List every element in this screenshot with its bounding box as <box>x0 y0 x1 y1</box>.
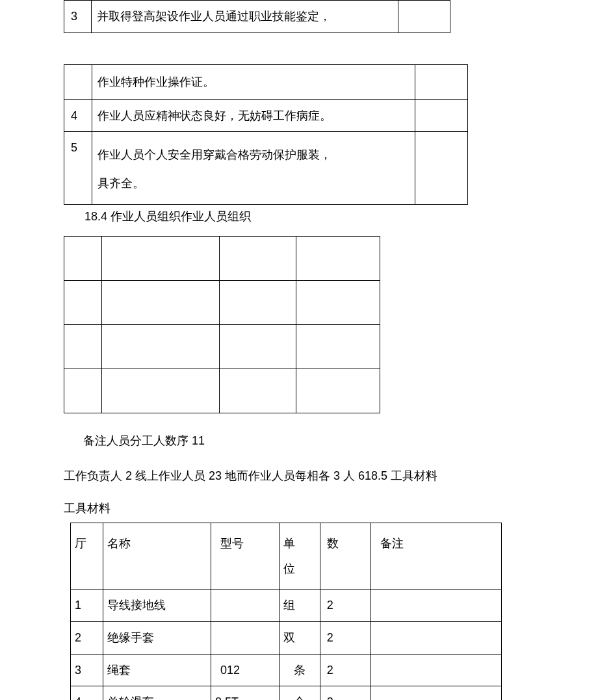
tools-materials-table: 厅 名称 型号 单 位 数 备注 1 导线接地线 组 2 2 绝缘手套 双 2 … <box>70 523 502 700</box>
cell-unit: 个 <box>280 686 320 700</box>
cell-model: 012 <box>211 654 279 686</box>
cell-model <box>211 589 279 621</box>
cell-qty: 2 <box>320 589 370 621</box>
th-unit: 单 位 <box>280 523 320 589</box>
prereq-table-part1: 3 并取得登高架设作业人员通过职业技能鉴定， <box>64 0 450 33</box>
row-text: 作业特种作业操作证。 <box>92 64 415 99</box>
table-row: 4 作业人员应精神状态良好，无妨碍工作病症。 <box>64 99 468 132</box>
cell-qty: 2 <box>320 621 370 654</box>
prereq-table-part2: 作业特种作业操作证。 4 作业人员应精神状态良好，无妨碍工作病症。 5 作业人员… <box>64 64 468 205</box>
row-number <box>64 64 92 99</box>
table-header-row: 厅 名称 型号 单 位 数 备注 <box>71 523 502 589</box>
cell-seq: 4 <box>71 686 103 700</box>
cell-name: 导线接地线 <box>103 589 211 621</box>
table-row: 3 绳套 012 条 2 <box>71 654 502 686</box>
table-row <box>64 280 380 324</box>
note-line: 备注人员分工人数序 11 <box>83 433 598 448</box>
table-row: 4 单轮滑车 0.5T 个 2 <box>71 686 502 700</box>
row-text: 作业人员个人安全用穿戴合格劳动保护服装， 具齐全。 <box>92 132 415 204</box>
th-remark: 备注 <box>371 523 502 589</box>
cell-seq: 3 <box>71 654 103 686</box>
row-text: 作业人员应精神状态良好，无妨碍工作病症。 <box>92 99 415 132</box>
cell-remark <box>371 621 502 654</box>
th-seq: 厅 <box>71 523 103 589</box>
cell-seq: 2 <box>71 621 103 654</box>
cell-remark <box>371 589 502 621</box>
section-heading-18-4: 18.4 作业人员组织作业人员组织 <box>84 209 598 224</box>
table-row: 2 绝缘手套 双 2 <box>71 621 502 654</box>
th-qty: 数 <box>320 523 370 589</box>
cell-qty: 2 <box>320 654 370 686</box>
table-row: 1 导线接地线 组 2 <box>71 589 502 621</box>
row-number: 5 <box>64 132 92 204</box>
row-number: 4 <box>64 99 92 132</box>
cell-qty: 2 <box>320 686 370 700</box>
cell-model <box>211 621 279 654</box>
cell-name: 单轮滑车 <box>103 686 211 700</box>
table-row <box>64 369 380 413</box>
cell-remark <box>371 654 502 686</box>
personnel-org-table <box>64 236 380 413</box>
th-model: 型号 <box>211 523 279 589</box>
table-row <box>64 324 380 369</box>
cell-model: 0.5T <box>211 686 279 700</box>
cell-unit: 双 <box>280 621 320 654</box>
table-row: 作业特种作业操作证。 <box>64 64 468 99</box>
row-check <box>415 99 467 132</box>
cell-remark <box>371 686 502 700</box>
cell-name: 绝缘手套 <box>103 621 211 654</box>
tools-heading: 工具材料 <box>64 500 598 516</box>
row-check <box>415 132 467 204</box>
row-check <box>415 64 467 99</box>
personnel-paragraph: 工作负责人 2 线上作业人员 23 地而作业人员每相各 3 人 618.5 工具… <box>64 468 598 484</box>
row-check <box>398 1 450 33</box>
row-number: 3 <box>64 1 92 33</box>
table-row: 5 作业人员个人安全用穿戴合格劳动保护服装， 具齐全。 <box>64 132 468 204</box>
cell-name: 绳套 <box>103 654 211 686</box>
table-row <box>64 236 380 280</box>
table-row: 3 并取得登高架设作业人员通过职业技能鉴定， <box>64 1 450 33</box>
cell-unit: 条 <box>280 654 320 686</box>
cell-seq: 1 <box>71 589 103 621</box>
row-text: 并取得登高架设作业人员通过职业技能鉴定， <box>92 1 398 33</box>
th-name: 名称 <box>103 523 211 589</box>
cell-unit: 组 <box>280 589 320 621</box>
